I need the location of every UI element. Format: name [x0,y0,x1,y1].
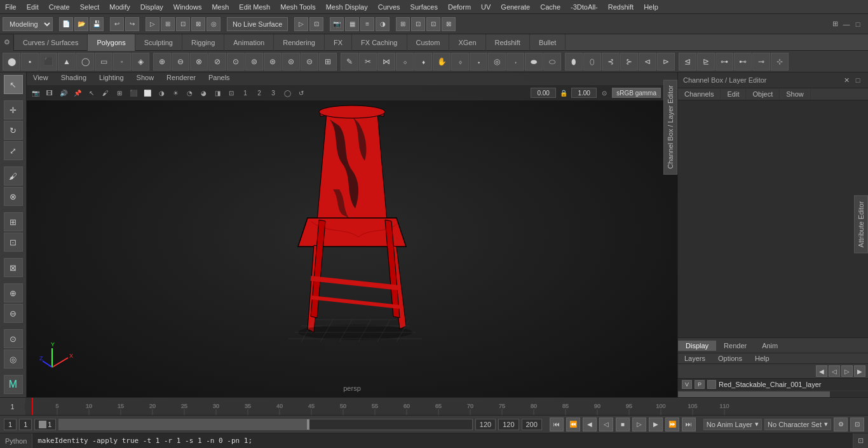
menu-generate[interactable]: Generate [496,2,535,12]
vp-xray-btn[interactable]: ◑ [155,87,168,98]
menu-edit-mesh[interactable]: Edit Mesh [234,2,275,12]
collapse-btn[interactable]: ⬬ [525,53,543,71]
soft-btn[interactable]: ⊰ [602,53,620,71]
vp-res3-btn[interactable]: 3 [267,87,280,98]
scale-tool[interactable]: ⤢ [4,141,23,160]
vp-aspect-btn[interactable]: ⊙ [598,87,611,98]
tab-fx[interactable]: FX [325,34,352,51]
channel-box-tab[interactable]: Channel Box / Layer Editor [663,79,677,174]
triangulate-btn[interactable]: ⊝ [301,53,318,71]
python-command[interactable]: makeIdentity -apply true -t 1 -r 1 -s 1 … [32,433,853,449]
select-tool[interactable]: ↖ [4,75,23,94]
ui-btn4[interactable]: ⊠ [442,17,456,31]
vp-menu-renderer[interactable]: Renderer [160,72,202,85]
pb-stop-btn[interactable]: ■ [616,417,630,431]
pen-btn[interactable]: ✎ [341,53,358,71]
cone-btn[interactable]: ▲ [58,53,76,71]
crease-vertex-btn[interactable]: ⊕ [4,283,23,302]
menu-surfaces[interactable]: Surfaces [405,2,443,12]
layer-visibility-btn[interactable]: V [682,380,692,389]
rotate-tool[interactable]: ↻ [4,121,23,140]
vp-refresh-btn[interactable]: ↺ [295,87,308,98]
menu-mesh-display[interactable]: Mesh Display [321,2,373,12]
soft-select-tool[interactable]: ⊗ [4,187,23,206]
snap2-btn[interactable]: ⊡ [176,17,190,31]
paint-select-tool[interactable]: 🖌 [4,166,23,186]
ch-tab-show[interactable]: Show [780,88,811,100]
tab-custom[interactable]: Custom [407,34,450,51]
grab-btn[interactable]: ✋ [433,53,451,71]
tab-settings-btn[interactable]: ⚙ [0,34,14,51]
tab-rigging[interactable]: Rigging [182,34,224,51]
ui-btn1[interactable]: ⊞ [396,17,410,31]
layer-tab-render[interactable]: Render [716,341,754,351]
vp-res2-btn[interactable]: 2 [253,87,266,98]
disc-btn[interactable]: ◦ [113,53,131,71]
disp2-btn[interactable]: ⊵ [697,53,715,71]
multi-btn[interactable]: ⬧ [414,53,432,71]
vp-menu-show[interactable]: Show [130,72,161,85]
layer-prev-btn[interactable]: ◀ [816,365,827,377]
open-btn[interactable]: 📂 [74,17,88,31]
vp-gamma-btn[interactable]: sRGB gamma [612,88,661,98]
menu-cache[interactable]: Cache [535,2,566,12]
pb-play-btn[interactable]: ▷ [632,417,646,431]
layer-tab-anim[interactable]: Anim [754,341,785,351]
menu-help[interactable]: Help [639,2,663,12]
cam-btn[interactable]: 📷 [330,17,344,31]
paint-btn[interactable]: ⊱ [620,53,638,71]
vp-hud-btn[interactable]: ⊡ [225,87,238,98]
mode-dropdown[interactable]: Modeling [3,17,53,31]
vp-grid-btn[interactable]: ⊞ [113,87,126,98]
tab-redshift[interactable]: Redshift [486,34,530,51]
torus-btn[interactable]: ◯ [76,53,94,71]
pb-next-btn[interactable]: ▶ [649,417,663,431]
sb-timeline-range[interactable] [58,419,472,430]
render-btn[interactable]: ▷ [294,17,308,31]
layer-tab-display[interactable]: Display [678,341,716,351]
platonic-btn[interactable]: ◈ [132,53,149,71]
rp-close-btn[interactable]: ✕ [841,75,851,85]
transform-tool[interactable]: ✛ [4,100,23,119]
tab-curves-surfaces[interactable]: Curves / Surfaces [14,34,88,51]
vp-img-btn[interactable]: 🎞 [43,87,56,98]
disp1-btn[interactable]: ⊴ [679,53,696,71]
vp-sel-btn[interactable]: ↖ [85,87,98,98]
render5-btn[interactable]: ◑ [376,17,390,31]
tab-animation[interactable]: Animation [224,34,274,51]
ui-btn2[interactable]: ⊡ [411,17,425,31]
disp4-btn[interactable]: ⊷ [734,53,752,71]
ch-tab-channels[interactable]: Channels [678,88,721,100]
crease-edge-btn[interactable]: ⊖ [4,304,23,323]
menu-3dto[interactable]: -3DtoAll- [566,2,603,12]
select-btn[interactable]: ▷ [146,17,159,31]
disp5-btn[interactable]: ⊸ [752,53,770,71]
vp-light-btn[interactable]: ☀ [169,87,182,98]
sb-settings-btn[interactable]: ⚙ [834,417,848,431]
combine-btn[interactable]: ⊚ [245,53,263,71]
anim-layer-dropdown[interactable]: No Anim Layer ▾ [703,419,762,430]
vp-menu-shading[interactable]: Shading [55,72,93,85]
show-manip-btn[interactable]: ⊠ [4,258,23,277]
delete-btn[interactable]: ⬭ [543,53,561,71]
vp-audio-btn[interactable]: 🔊 [57,87,70,98]
menu-curves[interactable]: Curves [373,2,405,12]
menu-file[interactable]: File [0,2,22,12]
layer-playback-btn[interactable]: P [695,380,705,389]
pb-prev-key-btn[interactable]: ⏪ [566,417,580,431]
smooth-btn[interactable]: ⊜ [282,53,300,71]
pb-prev-btn[interactable]: ◀ [583,417,597,431]
char-set-dropdown[interactable]: No Character Set ▾ [764,419,831,430]
relax-btn[interactable]: ⊲ [639,53,656,71]
menu-mesh-tools[interactable]: Mesh Tools [275,2,320,12]
cylinder-btn[interactable]: ⬛ [39,53,57,71]
retopo-btn[interactable]: ⊳ [657,53,675,71]
vp-menu-panels[interactable]: Panels [202,72,236,85]
ui-btn3[interactable]: ⊡ [426,17,440,31]
vp-res1-btn[interactable]: 1 [239,87,252,98]
boolean-btn[interactable]: ⊘ [208,53,226,71]
rp-max-btn[interactable]: □ [853,75,863,85]
layer-color-swatch[interactable] [707,380,716,389]
menu-modify[interactable]: Modify [104,2,135,12]
menu-uv[interactable]: UV [476,2,496,12]
